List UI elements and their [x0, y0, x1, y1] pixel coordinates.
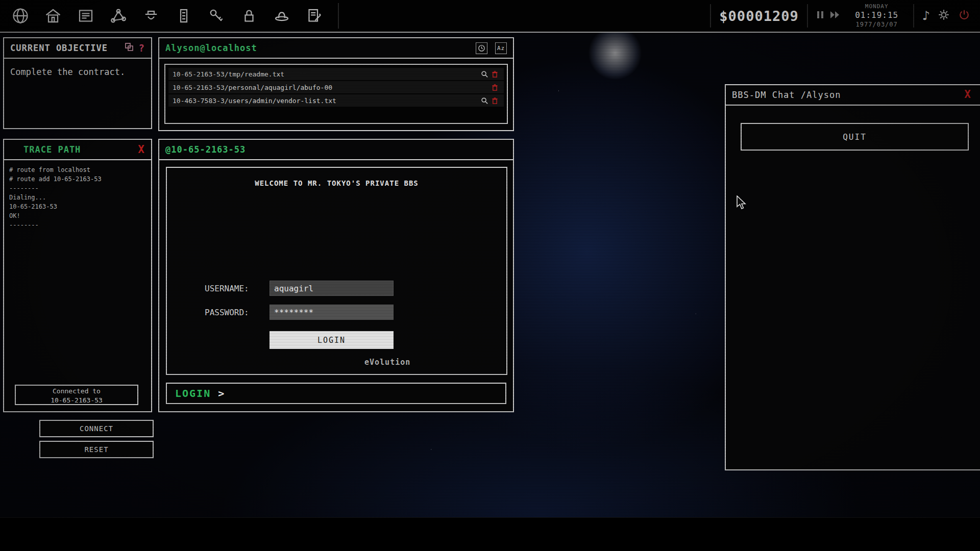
topbar-divider — [338, 3, 339, 29]
trace-line: 10-65-2163-53 — [9, 202, 146, 211]
trace-line: # route add 10-65-2163-53 — [9, 174, 146, 184]
file-list: 10-65-2163-53/tmp/readme.txt 10-65-2163-… — [164, 64, 508, 124]
sort-time-icon[interactable] — [476, 42, 487, 54]
fast-forward-icon[interactable] — [829, 10, 841, 21]
game-screen: $00001209 MONDAY 01:19:15 1977/03/07 ♪ — [0, 0, 980, 551]
view-file-icon[interactable] — [479, 70, 489, 78]
trace-line: -------- — [9, 220, 146, 230]
globe-icon[interactable] — [10, 6, 31, 26]
inventory-icon[interactable] — [174, 6, 194, 26]
trace-path-window: TRACE PATH X # route from localhost # ro… — [3, 139, 152, 412]
delete-file-icon[interactable] — [489, 70, 500, 78]
chat-titlebar[interactable]: BBS-DM Chat /Alyson — [726, 85, 980, 106]
settings-gear-icon[interactable] — [937, 8, 950, 23]
username-field[interactable] — [270, 281, 394, 296]
file-path: 10-65-2163-53/tmp/readme.txt — [173, 70, 479, 78]
clock-day: MONDAY — [849, 3, 905, 10]
agent-icon[interactable] — [141, 6, 161, 26]
help-icon[interactable]: ? — [139, 42, 145, 54]
music-icon[interactable]: ♪ — [922, 9, 930, 23]
topbar-icons — [0, 6, 325, 26]
trace-title: TRACE PATH — [23, 144, 81, 155]
login-button[interactable]: LOGIN — [270, 331, 394, 349]
remote-node-window: @10-65-2163-53 WELCOME TO MR. TOKYO'S PR… — [158, 139, 514, 412]
bbs-vendor-watermark: eVolution — [364, 358, 410, 367]
game-clock: MONDAY 01:19:15 1977/03/07 — [849, 3, 905, 29]
file-row[interactable]: 10-463-7583-3/users/admin/vendor-list.tx… — [168, 94, 504, 107]
divider — [710, 4, 711, 28]
disguise-icon[interactable] — [272, 6, 292, 26]
objective-text: Complete the contract. — [4, 59, 151, 85]
trace-line: # route from localhost — [9, 165, 146, 174]
clock-time: 01:19:15 — [849, 10, 905, 21]
trace-reset-button[interactable]: RESET — [39, 441, 154, 458]
time-controls — [816, 10, 841, 21]
connected-line1: Connected to — [16, 387, 137, 396]
power-icon[interactable] — [958, 8, 971, 23]
file-row[interactable]: 10-65-2163-53/personal/aquagirl/abufo-00 — [168, 81, 504, 93]
file-path: 10-65-2163-53/personal/aquagirl/abufo-00 — [173, 84, 479, 91]
news-icon[interactable] — [76, 6, 96, 26]
connected-status: Connected to 10-65-2163-53 — [15, 385, 138, 405]
topbar: $00001209 MONDAY 01:19:15 1977/03/07 ♪ — [0, 0, 980, 33]
system-icons: ♪ — [922, 8, 971, 23]
quit-button[interactable]: QUIT — [741, 123, 969, 151]
notes-icon[interactable] — [304, 6, 325, 26]
trace-titlebar[interactable]: TRACE PATH X — [4, 140, 151, 160]
connected-line2: 10-65-2163-53 — [16, 396, 137, 405]
trace-line: OK! — [9, 211, 146, 220]
file-browser-title: Alyson@localhost — [165, 43, 257, 53]
bbs-welcome-text: WELCOME TO MR. TOKYO'S PRIVATE BBS — [167, 179, 506, 187]
close-icon[interactable]: X — [138, 143, 145, 156]
file-row[interactable]: 10-65-2163-53/tmp/readme.txt — [168, 68, 504, 80]
remote-node-title: @10-65-2163-53 — [165, 144, 246, 155]
close-icon[interactable]: X — [964, 88, 971, 101]
chevron-right-icon: > — [218, 387, 224, 399]
safehouse-icon[interactable] — [43, 6, 63, 26]
topbar-right: $00001209 MONDAY 01:19:15 1977/03/07 ♪ — [710, 3, 980, 29]
command-label: LOGIN — [175, 387, 211, 399]
view-file-icon[interactable] — [479, 97, 489, 105]
bottom-bar — [0, 517, 980, 551]
divider — [913, 4, 914, 28]
key-icon[interactable] — [206, 6, 227, 26]
clock-date: 1977/03/07 — [849, 21, 905, 29]
file-path: 10-463-7583-3/users/admin/vendor-list.tx… — [173, 97, 479, 105]
lock-icon[interactable] — [239, 6, 259, 26]
chat-window: BBS-DM Chat /Alyson X QUIT — [725, 84, 980, 470]
username-label: USERNAME: — [205, 284, 249, 293]
popout-icon[interactable] — [125, 42, 134, 54]
connect-button[interactable]: CONNECT — [39, 420, 154, 437]
password-label: PASSWORD: — [205, 308, 249, 317]
delete-file-icon[interactable] — [489, 84, 500, 91]
money-counter: $00001209 — [719, 8, 798, 24]
bbs-screen: WELCOME TO MR. TOKYO'S PRIVATE BBS USERN… — [166, 167, 507, 375]
file-browser-window: Alyson@localhost Az 10-65-2163-53/tmp/re… — [158, 37, 514, 131]
trace-log: # route from localhost # route add 10-65… — [4, 160, 151, 235]
current-objective-window: CURRENT OBJECTIVE ? Complete the contrac… — [3, 37, 152, 129]
divider — [807, 4, 808, 28]
delete-file-icon[interactable] — [489, 97, 500, 105]
network-icon[interactable] — [108, 6, 129, 26]
objective-titlebar[interactable]: CURRENT OBJECTIVE ? — [4, 38, 151, 59]
password-field[interactable] — [270, 305, 394, 320]
remote-node-titlebar[interactable]: @10-65-2163-53 — [159, 140, 513, 160]
file-browser-titlebar[interactable]: Alyson@localhost Az — [159, 38, 513, 59]
command-bar[interactable]: LOGIN > — [166, 383, 506, 404]
sort-alpha-icon[interactable]: Az — [495, 42, 507, 54]
trace-line: Dialing... — [9, 193, 146, 202]
trace-line: -------- — [9, 184, 146, 193]
pause-icon[interactable] — [816, 10, 824, 21]
chat-title: BBS-DM Chat /Alyson — [732, 90, 841, 100]
objective-title: CURRENT OBJECTIVE — [10, 43, 108, 53]
